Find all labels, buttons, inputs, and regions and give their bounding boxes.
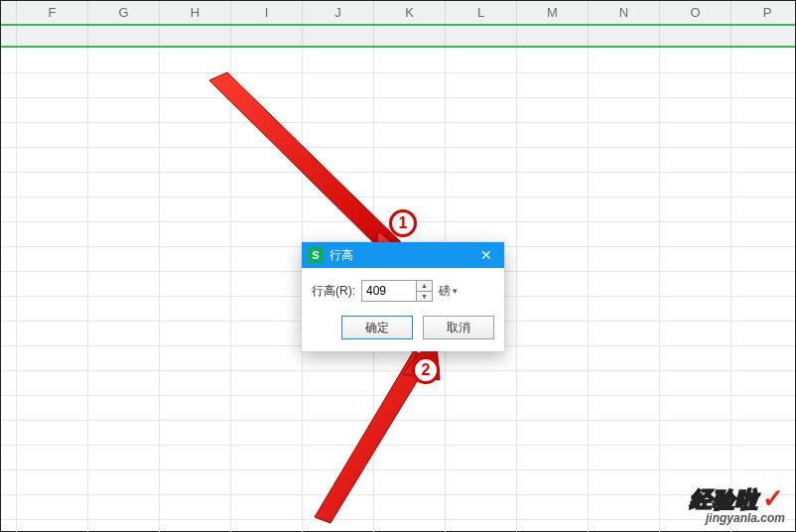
selected-row (1, 24, 795, 48)
colhead-G[interactable]: G (88, 1, 160, 24)
app-icon: S (308, 247, 324, 263)
chevron-down-icon: ▾ (453, 286, 458, 296)
row-height-input[interactable] (362, 281, 416, 301)
colhead-H[interactable]: H (160, 1, 231, 24)
colhead-I[interactable]: I (231, 1, 303, 24)
unit-label: 磅 (439, 283, 451, 300)
dialog-title: 行高 (330, 247, 353, 264)
check-icon: ✓ (762, 483, 785, 514)
colhead-K[interactable]: K (374, 1, 446, 24)
column-headers-row: F G H I J K L M N O P (1, 1, 795, 25)
spin-down-button[interactable]: ▼ (417, 291, 432, 302)
row-height-stepper[interactable]: ▲ ▼ (361, 280, 433, 302)
row-height-label: 行高(R): (312, 283, 355, 300)
annotation-badge-1: 1 (389, 209, 417, 237)
colhead-pad (1, 1, 17, 24)
dialog-titlebar[interactable]: S 行高 ✕ (302, 242, 504, 268)
colhead-P[interactable]: P (731, 1, 796, 24)
colhead-M[interactable]: M (517, 1, 589, 24)
colhead-O[interactable]: O (660, 1, 731, 24)
close-button[interactable]: ✕ (468, 242, 504, 268)
colhead-F[interactable]: F (17, 1, 88, 24)
unit-dropdown[interactable]: 磅 ▾ (439, 283, 458, 300)
annotation-badge-2: 2 (412, 356, 440, 384)
close-icon: ✕ (480, 247, 492, 263)
colhead-N[interactable]: N (589, 1, 660, 24)
spin-up-button[interactable]: ▲ (417, 281, 432, 291)
ok-button[interactable]: 确定 (341, 316, 413, 339)
watermark: 经验啦 ✓ jingyanla.com (690, 483, 785, 525)
colhead-L[interactable]: L (446, 1, 517, 24)
colhead-J[interactable]: J (303, 1, 374, 24)
row-height-dialog: S 行高 ✕ 行高(R): ▲ ▼ 磅 ▾ (302, 242, 504, 351)
cancel-button[interactable]: 取消 (423, 316, 494, 339)
